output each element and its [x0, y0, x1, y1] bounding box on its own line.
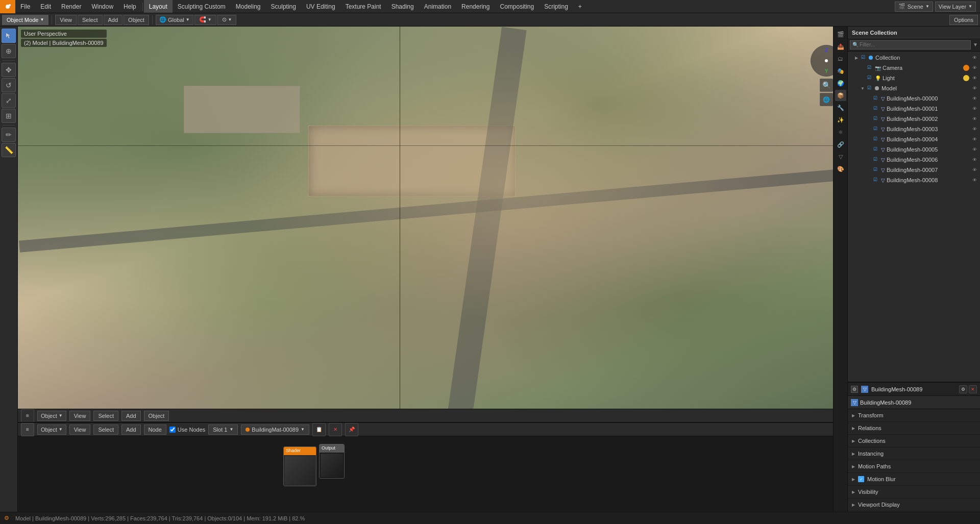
section-collections-header[interactable]: ▶ Collections: [848, 435, 980, 447]
view-layer-props-icon[interactable]: 🗂: [835, 53, 846, 64]
tree-item-mesh-00000[interactable]: ☑ ▽ BuildingMesh-00000 👁: [848, 93, 980, 104]
zoom-in-btn[interactable]: 🔍: [820, 79, 833, 92]
tree-item-mesh-00001[interactable]: ☑ ▽ BuildingMesh-00001 👁: [848, 104, 980, 114]
visibility-check-camera[interactable]: ☑: [867, 65, 873, 71]
tree-item-mesh-00002[interactable]: ☑ ▽ BuildingMesh-00002 👁: [848, 114, 980, 124]
motion-blur-check[interactable]: ✓: [858, 476, 864, 482]
view-layer-selector[interactable]: View Layer ▼: [935, 2, 976, 12]
section-instancing-header[interactable]: ▶ Instancing: [848, 447, 980, 460]
viewport-add-btn[interactable]: Add: [121, 411, 141, 421]
eye-icon-model[interactable]: 👁: [971, 85, 978, 92]
tab-texture-paint[interactable]: Texture Paint: [340, 0, 386, 13]
section-transform-header[interactable]: ▶ Transform: [848, 409, 980, 421]
scene-selector[interactable]: 🎬 Scene ▼: [895, 2, 933, 12]
rotate-tool-button[interactable]: ↺: [2, 78, 16, 92]
object-menu[interactable]: Object: [124, 15, 149, 25]
output-props-icon[interactable]: 📤: [835, 41, 846, 52]
tab-animation[interactable]: Animation: [419, 0, 456, 13]
scale-tool-button[interactable]: ⤢: [2, 93, 16, 108]
snap-toggle[interactable]: 🧲 ▼: [194, 15, 216, 25]
tree-item-mesh-00007[interactable]: ☑ ▽ BuildingMesh-00007 👁: [848, 165, 980, 175]
eye-icon-light[interactable]: 👁: [971, 74, 978, 82]
tree-item-collection[interactable]: ▶ ☑ Collection 👁: [848, 53, 980, 63]
pin-material-btn[interactable]: 📌: [345, 423, 358, 436]
cursor-tool-button[interactable]: ⊕: [2, 44, 16, 58]
proportional-edit[interactable]: ⊙ ▼: [217, 15, 237, 25]
material-selector[interactable]: BuildingMat-00089 ▼: [241, 425, 309, 435]
section-viewport-display-header[interactable]: ▶ Viewport Display: [848, 498, 980, 511]
tab-scripting[interactable]: Scripting: [539, 0, 573, 13]
3d-viewport[interactable]: Object Mode ▼ (2) Model | BuildingMesh-0…: [18, 27, 847, 422]
new-material-btn[interactable]: 📋: [312, 423, 326, 436]
scene-props-icon[interactable]: 🎭: [835, 65, 846, 77]
eye-icon-camera[interactable]: 👁: [971, 64, 978, 71]
menu-render[interactable]: Render: [56, 0, 86, 13]
tab-modeling[interactable]: Modeling: [231, 0, 266, 13]
node-node-btn[interactable]: Node: [144, 425, 166, 435]
annotate-tool-button[interactable]: ✏: [2, 128, 16, 142]
node-select-btn[interactable]: Select: [93, 425, 118, 435]
tab-layout[interactable]: Layout: [144, 0, 173, 13]
viewport-object-dropdown[interactable]: Object ▼: [37, 411, 66, 421]
material-props-icon[interactable]: 🎨: [835, 163, 846, 174]
node-thumb-shader[interactable]: Shader: [283, 446, 316, 486]
use-nodes-toggle[interactable]: Use Nodes: [169, 427, 205, 433]
select-menu[interactable]: Select: [78, 15, 103, 25]
select-tool-button[interactable]: [2, 29, 16, 43]
node-thumb-output[interactable]: Output: [319, 444, 345, 479]
particle-props-icon[interactable]: ✨: [835, 114, 846, 126]
section-motion-blur-header[interactable]: ▶ ✓ Motion Blur: [848, 473, 980, 485]
section-motion-paths-header[interactable]: ▶ Motion Paths: [848, 460, 980, 472]
data-props-icon[interactable]: ▽: [835, 151, 846, 162]
node-add-btn[interactable]: Add: [121, 425, 141, 435]
move-tool-button[interactable]: ✥: [2, 63, 16, 77]
tree-item-light[interactable]: ☑ 💡 Light 👁: [848, 73, 980, 83]
zoom-toggle-btn[interactable]: 🌐: [820, 93, 833, 106]
visibility-check-collection[interactable]: ☑: [861, 55, 867, 61]
global-dropdown[interactable]: 🌐 Global ▼: [156, 15, 193, 25]
tab-rendering[interactable]: Rendering: [456, 0, 495, 13]
tree-item-mesh-00008[interactable]: ☑ ▽ BuildingMesh-00008 👁: [848, 175, 980, 185]
tree-item-mesh-00004[interactable]: ☑ ▽ BuildingMesh-00004 👁: [848, 134, 980, 144]
physics-props-icon[interactable]: ⚛: [835, 127, 846, 138]
object-mode-dropdown[interactable]: Object Mode ▼: [2, 15, 48, 25]
delete-material-btn[interactable]: ✕: [329, 423, 342, 436]
tab-compositing[interactable]: Compositing: [495, 0, 539, 13]
tab-sculpting-custom[interactable]: Sculpting Custom: [173, 0, 231, 13]
viewport-select-btn[interactable]: Select: [93, 411, 118, 421]
tree-item-model[interactable]: ▼ ☑ Model 👁: [848, 83, 980, 93]
tree-item-camera[interactable]: ☑ 📷 Camera 👁: [848, 63, 980, 73]
use-nodes-checkbox[interactable]: [169, 427, 176, 433]
tree-item-mesh-00006[interactable]: ☑ ▽ BuildingMesh-00006 👁: [848, 155, 980, 165]
add-menu[interactable]: Add: [104, 15, 123, 25]
tab-shading[interactable]: Shading: [386, 0, 419, 13]
visibility-check-model[interactable]: ☑: [867, 85, 873, 91]
transform-tool-button[interactable]: ⊞: [2, 109, 16, 123]
menu-file[interactable]: File: [15, 0, 35, 13]
node-editor-toggle[interactable]: ≡: [21, 423, 34, 436]
section-visibility-header[interactable]: ▶ Visibility: [848, 486, 980, 498]
outliner-search[interactable]: 🔍: [850, 40, 971, 49]
viewport-object-menu-btn[interactable]: Object: [144, 411, 169, 421]
menu-help[interactable]: Help: [118, 0, 141, 13]
tree-item-mesh-00005[interactable]: ☑ ▽ BuildingMesh-00005 👁: [848, 144, 980, 155]
outliner-search-input[interactable]: [860, 42, 968, 47]
tab-sculpting[interactable]: Sculpting: [266, 0, 301, 13]
tree-item-mesh-00003[interactable]: ☑ ▽ BuildingMesh-00003 👁: [848, 124, 980, 134]
object-settings-btn[interactable]: ⚙: [959, 385, 967, 393]
section-relations-header[interactable]: ▶ Relations: [848, 422, 980, 434]
object-props-icon[interactable]: 📦: [835, 90, 846, 101]
viewport-view-btn[interactable]: View: [69, 411, 91, 421]
node-object-menu[interactable]: Object ▼: [37, 425, 66, 435]
render-props-icon[interactable]: 🎬: [835, 29, 846, 40]
menu-window[interactable]: Window: [86, 0, 118, 13]
node-editor-canvas[interactable]: Shader Output BuildingMat-00089: [18, 436, 847, 524]
slot-selector[interactable]: Slot 1 ▼: [208, 425, 238, 435]
node-view-btn[interactable]: View: [69, 425, 91, 435]
visibility-check-light[interactable]: ☑: [867, 75, 873, 81]
options-button[interactable]: Options: [949, 15, 978, 25]
tab-add[interactable]: +: [573, 0, 587, 13]
object-delete-btn[interactable]: ✕: [969, 385, 977, 393]
world-props-icon[interactable]: 🌍: [835, 78, 846, 89]
view-menu[interactable]: View: [55, 15, 77, 25]
